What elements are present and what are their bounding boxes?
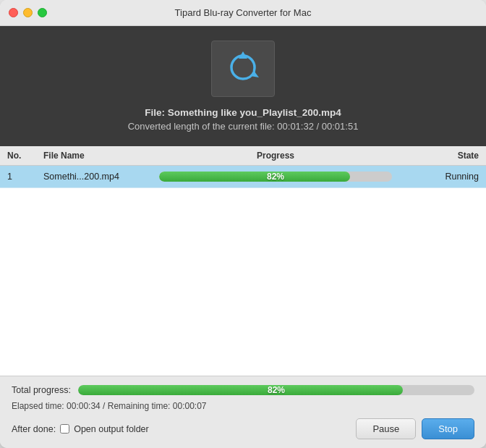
action-buttons: Pause Stop — [356, 418, 474, 439]
open-output-label: Open output folder — [74, 424, 149, 434]
close-button[interactable] — [9, 8, 18, 17]
col-progress: Progress — [152, 151, 399, 161]
header-area: File: Something like you_Playlist_200.mp… — [0, 26, 486, 146]
pause-button[interactable]: Pause — [356, 418, 416, 439]
file-table: No. File Name Progress State 1 Somethi..… — [0, 146, 486, 376]
total-progress-label: Total progress: — [12, 385, 71, 395]
progress-track: 82% — [159, 172, 392, 182]
converted-label: Converted length of the current file: 00… — [128, 121, 359, 132]
cell-no: 1 — [0, 172, 36, 182]
total-progress-fill — [78, 385, 403, 395]
traffic-lights — [9, 8, 47, 17]
app-window: Tipard Blu-ray Converter for Mac File: S… — [0, 0, 486, 448]
col-no: No. — [0, 151, 36, 161]
table-header: No. File Name Progress State — [0, 146, 486, 166]
total-progress-track: 82% — [78, 385, 474, 395]
elapsed-row: Elapsed time: 00:00:34 / Remaining time:… — [12, 401, 474, 411]
col-filename: File Name — [36, 151, 152, 161]
maximize-button[interactable] — [38, 8, 47, 17]
cell-state: Running — [399, 172, 486, 182]
preview-box — [211, 41, 275, 97]
footer: Total progress: 82% Elapsed time: 00:00:… — [0, 376, 486, 448]
total-progress-text: 82% — [268, 385, 285, 395]
progress-label: 82% — [267, 172, 284, 182]
minimize-button[interactable] — [23, 8, 33, 17]
file-label: File: Something like you_Playlist_200.mp… — [145, 107, 341, 118]
open-output-checkbox[interactable] — [60, 424, 69, 434]
title-bar: Tipard Blu-ray Converter for Mac — [0, 0, 486, 26]
converting-icon — [226, 50, 260, 88]
table-row: 1 Somethi...200.mp4 82% Running — [0, 166, 486, 188]
stop-button[interactable]: Stop — [422, 418, 474, 439]
col-state: State — [399, 151, 486, 161]
after-done-row: After done: Open output folder Pause Sto… — [12, 418, 474, 439]
total-progress-row: Total progress: 82% — [12, 385, 474, 395]
cell-progress: 82% — [152, 172, 399, 182]
window-title: Tipard Blu-ray Converter for Mac — [175, 7, 312, 18]
after-done-label: After done: — [12, 424, 56, 434]
progress-fill — [159, 172, 350, 182]
cell-filename: Somethi...200.mp4 — [36, 172, 152, 182]
